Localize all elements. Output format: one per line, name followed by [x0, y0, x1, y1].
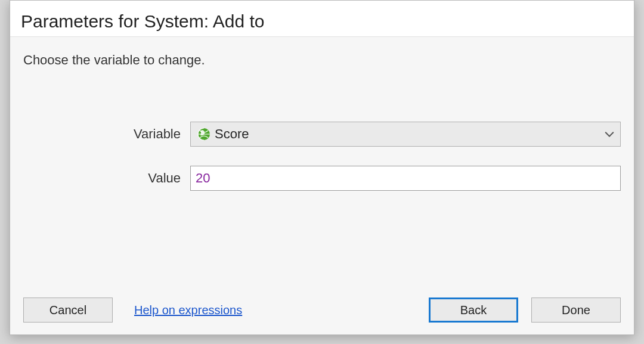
button-bar: Cancel Help on expressions Back Done: [10, 297, 634, 334]
variable-combobox[interactable]: Score: [190, 122, 621, 147]
value-input[interactable]: [190, 166, 621, 191]
dialog-body: Choose the variable to change. Variable …: [10, 36, 634, 334]
globe-icon: [197, 127, 211, 141]
dialog-title: Parameters for System: Add to: [21, 11, 623, 32]
variable-label: Variable: [23, 126, 190, 142]
variable-selected-text: Score: [215, 126, 605, 142]
chevron-down-icon: [605, 128, 614, 141]
parameters-dialog: Parameters for System: Add to Choose the…: [10, 0, 634, 335]
instruction-text: Choose the variable to change.: [23, 52, 621, 68]
help-expressions-link[interactable]: Help on expressions: [134, 303, 242, 317]
value-row: Value: [23, 166, 621, 191]
back-button[interactable]: Back: [429, 297, 518, 323]
value-label: Value: [23, 171, 190, 186]
dialog-header: Parameters for System: Add to: [10, 1, 634, 36]
variable-row: Variable Score: [23, 122, 621, 147]
cancel-button[interactable]: Cancel: [23, 297, 113, 323]
done-button[interactable]: Done: [531, 297, 621, 323]
